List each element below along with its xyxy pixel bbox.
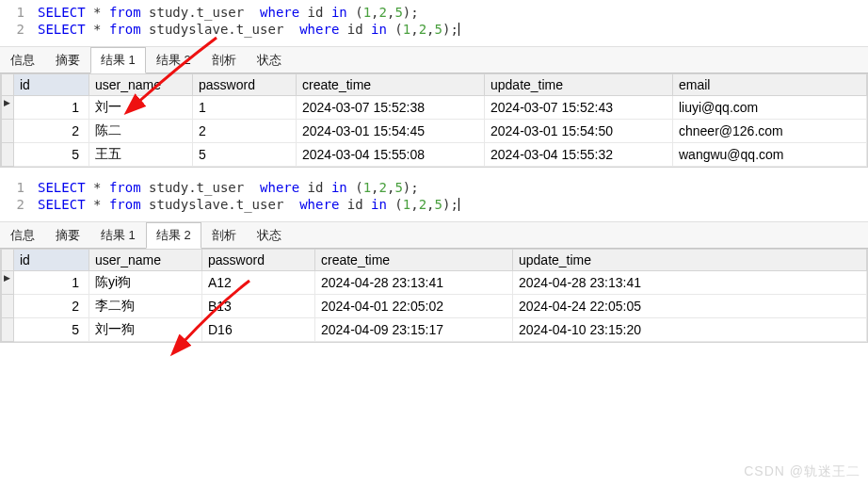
col-user_name[interactable]: user_name (89, 250, 202, 271)
code-line: SELECT * from study.t_user where id in (… (38, 5, 419, 20)
col-create_time[interactable]: create_time (297, 74, 485, 96)
row-selector-icon[interactable] (2, 120, 14, 143)
row-selector-icon[interactable] (2, 271, 14, 295)
row-selector-icon[interactable] (2, 318, 14, 342)
watermark: CSDN @轨迷王二 (744, 463, 860, 480)
tab-result2[interactable]: 结果 2 (146, 47, 201, 73)
sql-editor-1[interactable]: 1 SELECT * from study.t_user where id in… (0, 0, 868, 41)
panel-1: 1 SELECT * from study.t_user where id in… (0, 0, 868, 168)
tab-bar-1: 信息 摘要 结果 1 结果 2 剖析 状态 (0, 47, 868, 73)
tab-summary[interactable]: 摘要 (45, 47, 90, 73)
tab-result2[interactable]: 结果 2 (146, 222, 201, 249)
line-number: 1 (0, 180, 38, 195)
tab-status[interactable]: 状态 (247, 222, 292, 248)
sql-editor-2[interactable]: 1 SELECT * from study.t_user where id in… (0, 175, 868, 217)
col-user_name[interactable]: user_name (89, 74, 193, 96)
text-cursor (458, 23, 459, 36)
tab-bar-2: 信息 摘要 结果 1 结果 2 剖析 状态 (0, 222, 868, 249)
row-selector-icon[interactable] (2, 143, 14, 167)
tab-info[interactable]: 信息 (0, 222, 45, 248)
tab-profile[interactable]: 剖析 (201, 47, 247, 73)
col-id[interactable]: id (14, 74, 89, 96)
table-row[interactable]: 5 刘一狗 D16 2024-04-09 23:15:17 2024-04-10… (2, 318, 867, 342)
line-number: 1 (0, 5, 38, 20)
col-password[interactable]: password (193, 74, 297, 96)
result-table-1: id user_name password create_time update… (0, 73, 868, 168)
panel-2: 1 SELECT * from study.t_user where id in… (0, 175, 868, 343)
result-table-2: id user_name password create_time update… (0, 249, 868, 343)
text-cursor (458, 198, 459, 211)
table-row[interactable]: 2 李二狗 B13 2024-04-01 22:05:02 2024-04-24… (2, 295, 867, 318)
tab-summary[interactable]: 摘要 (45, 222, 90, 248)
col-update_time[interactable]: update_time (513, 250, 867, 271)
col-create_time[interactable]: create_time (315, 250, 513, 271)
col-update_time[interactable]: update_time (485, 74, 673, 96)
row-handle-header (2, 74, 14, 96)
tab-result1[interactable]: 结果 1 (90, 222, 146, 248)
tab-status[interactable]: 状态 (247, 47, 292, 73)
code-line: SELECT * from studyslave.t_user where id… (38, 197, 458, 212)
col-email[interactable]: email (673, 74, 867, 96)
tab-profile[interactable]: 剖析 (201, 222, 247, 248)
table-row[interactable]: 1 刘一 1 2024-03-07 15:52:38 2024-03-07 15… (2, 96, 867, 120)
code-line: SELECT * from studyslave.t_user where id… (38, 22, 458, 37)
table-row[interactable]: 2 陈二 2 2024-03-01 15:54:45 2024-03-01 15… (2, 120, 867, 143)
row-selector-icon[interactable] (2, 295, 14, 318)
tab-info[interactable]: 信息 (0, 47, 45, 73)
tab-result1[interactable]: 结果 1 (90, 47, 146, 73)
table-row[interactable]: 5 王五 5 2024-03-04 15:55:08 2024-03-04 15… (2, 143, 867, 167)
code-line: SELECT * from study.t_user where id in (… (38, 180, 419, 195)
col-password[interactable]: password (202, 250, 315, 271)
line-number: 2 (0, 197, 38, 212)
col-id[interactable]: id (14, 250, 89, 271)
table-row[interactable]: 1 陈yi狗 A12 2024-04-28 23:13:41 2024-04-2… (2, 271, 867, 295)
row-selector-icon[interactable] (2, 96, 14, 120)
line-number: 2 (0, 22, 38, 37)
row-handle-header (2, 250, 14, 271)
